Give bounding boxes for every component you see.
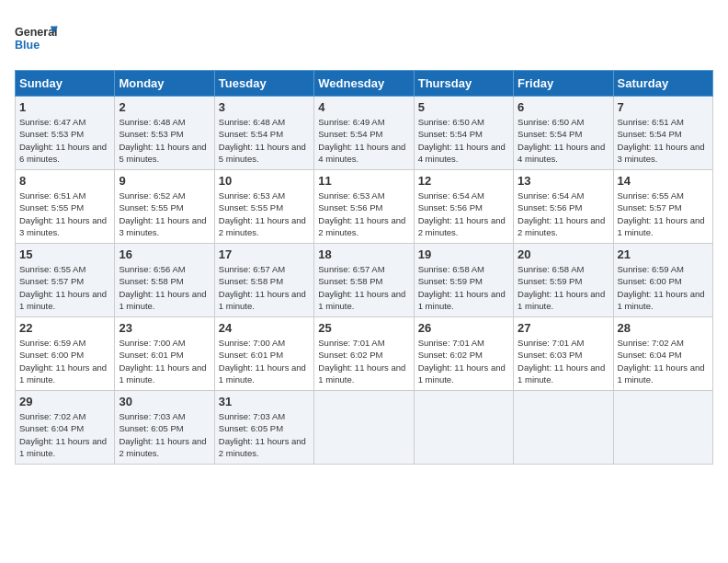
- day-cell: 19Sunrise: 6:58 AMSunset: 5:59 PMDayligh…: [414, 244, 513, 317]
- day-info: Sunrise: 6:55 AMSunset: 5:57 PMDaylight:…: [618, 190, 709, 238]
- day-info: Sunrise: 6:47 AMSunset: 5:53 PMDaylight:…: [19, 116, 110, 165]
- day-cell: 4Sunrise: 6:49 AMSunset: 5:54 PMDaylight…: [314, 97, 414, 170]
- day-number: 8: [19, 174, 110, 188]
- day-cell: 6Sunrise: 6:50 AMSunset: 5:54 PMDaylight…: [514, 97, 613, 170]
- day-cell: 23Sunrise: 7:00 AMSunset: 6:01 PMDayligh…: [115, 317, 214, 391]
- day-number: 4: [318, 100, 409, 114]
- day-number: 31: [219, 395, 310, 408]
- day-info: Sunrise: 7:02 AMSunset: 6:04 PMDaylight:…: [19, 410, 110, 459]
- day-cell: 26Sunrise: 7:01 AMSunset: 6:02 PMDayligh…: [414, 317, 513, 391]
- day-cell: 3Sunrise: 6:48 AMSunset: 5:54 PMDaylight…: [214, 97, 313, 170]
- day-cell: 12Sunrise: 6:54 AMSunset: 5:56 PMDayligh…: [414, 170, 513, 244]
- day-number: 6: [518, 100, 609, 114]
- day-number: 25: [318, 321, 409, 335]
- header: General Blue: [15, 15, 713, 61]
- day-cell: 31Sunrise: 7:03 AMSunset: 6:05 PMDayligh…: [214, 391, 313, 465]
- calendar-table: SundayMondayTuesdayWednesdayThursdayFrid…: [15, 70, 713, 465]
- day-cell: 28Sunrise: 7:02 AMSunset: 6:04 PMDayligh…: [613, 317, 712, 391]
- week-row-4: 22Sunrise: 6:59 AMSunset: 6:00 PMDayligh…: [16, 317, 713, 391]
- day-cell: [314, 391, 414, 465]
- day-number: 12: [418, 174, 509, 188]
- day-info: Sunrise: 6:49 AMSunset: 5:54 PMDaylight:…: [318, 116, 409, 165]
- day-info: Sunrise: 7:03 AMSunset: 6:05 PMDaylight:…: [219, 410, 310, 459]
- day-cell: [613, 391, 712, 465]
- day-number: 29: [19, 395, 110, 408]
- day-cell: 15Sunrise: 6:55 AMSunset: 5:57 PMDayligh…: [16, 244, 115, 317]
- day-number: 14: [618, 174, 709, 188]
- day-number: 17: [219, 247, 310, 261]
- day-info: Sunrise: 7:03 AMSunset: 6:05 PMDaylight:…: [119, 410, 210, 459]
- logo-svg: General Blue: [15, 15, 61, 61]
- day-cell: 2Sunrise: 6:48 AMSunset: 5:53 PMDaylight…: [115, 97, 214, 170]
- logo: General Blue: [15, 15, 61, 61]
- day-cell: 30Sunrise: 7:03 AMSunset: 6:05 PMDayligh…: [115, 391, 214, 465]
- day-cell: 11Sunrise: 6:53 AMSunset: 5:56 PMDayligh…: [314, 170, 414, 244]
- day-info: Sunrise: 6:51 AMSunset: 5:55 PMDaylight:…: [19, 190, 110, 238]
- day-cell: 20Sunrise: 6:58 AMSunset: 5:59 PMDayligh…: [514, 244, 613, 317]
- day-cell: [514, 391, 613, 465]
- day-cell: 17Sunrise: 6:57 AMSunset: 5:58 PMDayligh…: [214, 244, 313, 317]
- week-row-2: 8Sunrise: 6:51 AMSunset: 5:55 PMDaylight…: [16, 170, 713, 244]
- day-info: Sunrise: 6:59 AMSunset: 6:00 PMDaylight:…: [618, 263, 709, 312]
- day-cell: 9Sunrise: 6:52 AMSunset: 5:55 PMDaylight…: [115, 170, 214, 244]
- day-cell: 22Sunrise: 6:59 AMSunset: 6:00 PMDayligh…: [16, 317, 115, 391]
- day-info: Sunrise: 6:59 AMSunset: 6:00 PMDaylight:…: [19, 337, 110, 385]
- day-cell: 25Sunrise: 7:01 AMSunset: 6:02 PMDayligh…: [314, 317, 414, 391]
- day-number: 28: [618, 321, 709, 335]
- day-info: Sunrise: 7:02 AMSunset: 6:04 PMDaylight:…: [618, 337, 709, 385]
- day-number: 11: [318, 174, 409, 188]
- day-number: 23: [119, 321, 210, 335]
- day-info: Sunrise: 7:00 AMSunset: 6:01 PMDaylight:…: [219, 337, 310, 385]
- day-number: 10: [219, 174, 310, 188]
- day-cell: 7Sunrise: 6:51 AMSunset: 5:54 PMDaylight…: [613, 97, 712, 170]
- day-number: 3: [219, 100, 310, 114]
- day-info: Sunrise: 7:01 AMSunset: 6:02 PMDaylight:…: [418, 337, 509, 385]
- day-info: Sunrise: 6:56 AMSunset: 5:58 PMDaylight:…: [119, 263, 210, 312]
- day-info: Sunrise: 6:57 AMSunset: 5:58 PMDaylight:…: [318, 263, 409, 312]
- header-row: SundayMondayTuesdayWednesdayThursdayFrid…: [16, 71, 713, 97]
- day-cell: 24Sunrise: 7:00 AMSunset: 6:01 PMDayligh…: [214, 317, 313, 391]
- svg-text:Blue: Blue: [15, 39, 40, 52]
- week-row-3: 15Sunrise: 6:55 AMSunset: 5:57 PMDayligh…: [16, 244, 713, 317]
- day-header-sunday: Sunday: [16, 71, 115, 97]
- day-info: Sunrise: 7:01 AMSunset: 6:03 PMDaylight:…: [518, 337, 609, 385]
- day-number: 9: [119, 174, 210, 188]
- day-header-wednesday: Wednesday: [314, 71, 414, 97]
- week-row-1: 1Sunrise: 6:47 AMSunset: 5:53 PMDaylight…: [16, 97, 713, 170]
- day-number: 21: [618, 247, 709, 261]
- day-info: Sunrise: 6:54 AMSunset: 5:56 PMDaylight:…: [518, 190, 609, 238]
- day-number: 18: [318, 247, 409, 261]
- day-header-tuesday: Tuesday: [214, 71, 313, 97]
- day-info: Sunrise: 6:54 AMSunset: 5:56 PMDaylight:…: [418, 190, 509, 238]
- day-info: Sunrise: 6:48 AMSunset: 5:53 PMDaylight:…: [119, 116, 210, 165]
- day-number: 7: [618, 100, 709, 114]
- day-number: 24: [219, 321, 310, 335]
- day-number: 30: [119, 395, 210, 408]
- day-cell: [414, 391, 513, 465]
- day-number: 22: [19, 321, 110, 335]
- day-number: 2: [119, 100, 210, 114]
- day-number: 19: [418, 247, 509, 261]
- day-info: Sunrise: 6:58 AMSunset: 5:59 PMDaylight:…: [518, 263, 609, 312]
- day-info: Sunrise: 7:01 AMSunset: 6:02 PMDaylight:…: [318, 337, 409, 385]
- week-row-5: 29Sunrise: 7:02 AMSunset: 6:04 PMDayligh…: [16, 391, 713, 465]
- day-number: 15: [19, 247, 110, 261]
- day-info: Sunrise: 6:52 AMSunset: 5:55 PMDaylight:…: [119, 190, 210, 238]
- day-cell: 21Sunrise: 6:59 AMSunset: 6:00 PMDayligh…: [613, 244, 712, 317]
- day-cell: 16Sunrise: 6:56 AMSunset: 5:58 PMDayligh…: [115, 244, 214, 317]
- day-cell: 8Sunrise: 6:51 AMSunset: 5:55 PMDaylight…: [16, 170, 115, 244]
- day-number: 16: [119, 247, 210, 261]
- day-cell: 29Sunrise: 7:02 AMSunset: 6:04 PMDayligh…: [16, 391, 115, 465]
- day-info: Sunrise: 6:58 AMSunset: 5:59 PMDaylight:…: [418, 263, 509, 312]
- day-header-friday: Friday: [514, 71, 613, 97]
- day-cell: 10Sunrise: 6:53 AMSunset: 5:55 PMDayligh…: [214, 170, 313, 244]
- day-header-saturday: Saturday: [613, 71, 712, 97]
- day-number: 20: [518, 247, 609, 261]
- day-cell: 27Sunrise: 7:01 AMSunset: 6:03 PMDayligh…: [514, 317, 613, 391]
- day-info: Sunrise: 6:55 AMSunset: 5:57 PMDaylight:…: [19, 263, 110, 312]
- day-info: Sunrise: 6:53 AMSunset: 5:56 PMDaylight:…: [318, 190, 409, 238]
- day-info: Sunrise: 6:50 AMSunset: 5:54 PMDaylight:…: [418, 116, 509, 165]
- day-number: 26: [418, 321, 509, 335]
- day-cell: 1Sunrise: 6:47 AMSunset: 5:53 PMDaylight…: [16, 97, 115, 170]
- day-number: 13: [518, 174, 609, 188]
